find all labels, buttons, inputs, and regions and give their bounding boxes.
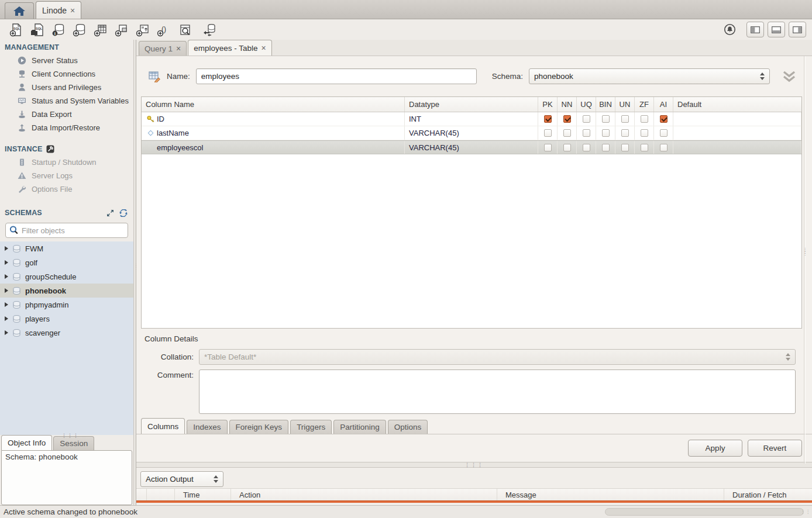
sidebar-item-server-status[interactable]: Server Status — [0, 54, 133, 67]
tab-employees-table-close-icon[interactable]: × — [262, 44, 266, 52]
ai-checkbox[interactable] — [660, 144, 668, 151]
schema-inspector-button[interactable]: i — [48, 21, 69, 39]
bin-checkbox[interactable] — [602, 144, 610, 151]
zf-checkbox[interactable] — [641, 144, 648, 151]
header-ai[interactable]: AI — [654, 97, 673, 112]
expand-form-chevron-icon[interactable] — [782, 70, 797, 83]
expander-icon[interactable] — [5, 288, 8, 293]
expander-icon[interactable] — [5, 274, 8, 279]
tab-query-1[interactable]: Query 1 × — [139, 41, 187, 56]
output-header-message[interactable]: Message — [497, 489, 724, 500]
expander-icon[interactable] — [5, 302, 8, 307]
grid-empty-area[interactable] — [142, 154, 801, 328]
tab-partitioning[interactable]: Partitioning — [333, 420, 386, 434]
header-datatype[interactable]: Datatype — [405, 97, 538, 112]
tab-foreign-keys[interactable]: Foreign Keys — [229, 420, 289, 434]
toggle-bottom-panel-button[interactable] — [768, 22, 785, 37]
output-splitter[interactable]: ⋮⋮⋮ — [136, 462, 812, 468]
header-pk[interactable]: PK — [538, 97, 558, 112]
expand-schemas-icon[interactable] — [106, 209, 114, 217]
expander-icon[interactable] — [5, 260, 8, 265]
un-checkbox[interactable] — [621, 144, 629, 151]
search-table-data-button[interactable] — [174, 21, 195, 39]
apply-button[interactable]: Apply — [688, 440, 742, 457]
tab-options[interactable]: Options — [388, 420, 428, 434]
reconnect-dbms-button[interactable] — [199, 21, 220, 39]
header-bin[interactable]: BIN — [596, 97, 615, 112]
uq-checkbox[interactable] — [583, 129, 590, 137]
expander-icon[interactable] — [5, 246, 8, 251]
header-nn[interactable]: NN — [558, 97, 577, 112]
sidebar-item-client-connections[interactable]: Client Connections — [0, 67, 133, 81]
output-header-time[interactable]: Time — [175, 489, 231, 500]
tab-employees-table[interactable]: employees - Table × — [188, 40, 272, 56]
pk-checkbox[interactable] — [544, 115, 552, 123]
toggle-right-panel-button[interactable] — [789, 22, 806, 37]
refresh-schemas-icon[interactable] — [119, 209, 128, 217]
header-default[interactable]: Default — [673, 97, 801, 112]
cell-default[interactable] — [673, 126, 801, 140]
schema-row-scavenger[interactable]: scavenger — [0, 326, 133, 340]
ai-checkbox[interactable] — [660, 129, 668, 137]
revert-button[interactable]: Revert — [748, 440, 802, 457]
uq-checkbox[interactable] — [583, 144, 590, 151]
nn-checkbox[interactable] — [563, 129, 571, 137]
sidebar-item-status-system-variables[interactable]: Status and System Variables — [0, 94, 133, 108]
cell-default[interactable] — [673, 141, 801, 154]
open-sql-file-button[interactable]: SQL — [27, 21, 48, 39]
create-function-button[interactable]: () — [153, 21, 174, 39]
sidebar-splitter-grip[interactable]: ⋮⋮⋮ — [61, 433, 79, 438]
uq-checkbox[interactable] — [583, 115, 590, 123]
bin-checkbox[interactable] — [602, 115, 610, 123]
collation-select[interactable]: *Table Default* — [199, 349, 796, 365]
ai-checkbox[interactable] — [660, 115, 668, 123]
right-panel-splitter[interactable]: ⋮⋮⋮ — [804, 56, 806, 464]
create-schema-button[interactable] — [69, 21, 90, 39]
nn-checkbox[interactable] — [563, 115, 571, 123]
toggle-left-panel-button[interactable] — [746, 22, 764, 37]
tab-object-info[interactable]: Object Info — [1, 435, 52, 450]
header-uq[interactable]: UQ — [577, 97, 596, 112]
home-tab[interactable] — [5, 2, 34, 19]
tab-triggers[interactable]: Triggers — [290, 420, 332, 434]
schema-row-phpmyadmin[interactable]: phpmyadmin — [0, 298, 133, 312]
create-view-button[interactable] — [111, 21, 132, 39]
bin-checkbox[interactable] — [602, 129, 610, 137]
sidebar-item-server-logs[interactable]: Server Logs — [0, 169, 133, 182]
sidebar-item-options-file[interactable]: Options File — [0, 182, 133, 196]
un-checkbox[interactable] — [621, 129, 629, 137]
sidebar-item-data-import[interactable]: Data Import/Restore — [0, 121, 133, 134]
sidebar-item-startup-shutdown[interactable]: Startup / Shutdown — [0, 156, 133, 169]
zf-checkbox[interactable] — [641, 129, 648, 137]
resize-grip-icon[interactable]: ⋮⋮ — [800, 509, 811, 514]
schema-select[interactable]: phonebook — [529, 68, 770, 84]
tab-query-1-close-icon[interactable]: × — [176, 44, 181, 53]
output-header-index[interactable] — [147, 489, 175, 500]
filter-objects-input[interactable] — [5, 223, 128, 238]
expander-icon[interactable] — [5, 316, 8, 321]
header-column-name[interactable]: Column Name — [142, 97, 405, 112]
header-un[interactable]: UN — [615, 97, 635, 112]
tab-indexes[interactable]: Indexes — [187, 420, 227, 434]
schema-row-phonebook[interactable]: phonebook — [0, 284, 133, 298]
expander-icon[interactable] — [5, 330, 8, 335]
output-type-select[interactable]: Action Output — [140, 471, 223, 487]
create-procedure-button[interactable] — [132, 21, 153, 39]
pk-checkbox[interactable] — [544, 129, 552, 137]
notifications-button[interactable] — [721, 21, 738, 39]
zf-checkbox[interactable] — [641, 115, 648, 123]
schema-row-groupschedule[interactable]: groupSchedule — [0, 270, 133, 284]
nn-checkbox[interactable] — [563, 144, 571, 151]
tab-columns[interactable]: Columns — [141, 418, 185, 434]
new-query-button[interactable]: SQL — [6, 21, 27, 39]
output-header-status[interactable] — [136, 489, 147, 500]
sidebar-item-users-privileges[interactable]: Users and Privileges — [0, 81, 133, 94]
create-table-button[interactable] — [90, 21, 111, 39]
output-header-duration[interactable]: Duration / Fetch — [724, 489, 812, 500]
sidebar-item-data-export[interactable]: Data Export — [0, 108, 133, 121]
schema-row-golf[interactable]: golf — [0, 255, 133, 270]
schema-row-players[interactable]: players — [0, 312, 133, 326]
connection-tab[interactable]: Linode × — [36, 1, 81, 19]
cell-default[interactable] — [673, 112, 801, 126]
column-row-lastname[interactable]: lastName VARCHAR(45) — [142, 126, 801, 140]
